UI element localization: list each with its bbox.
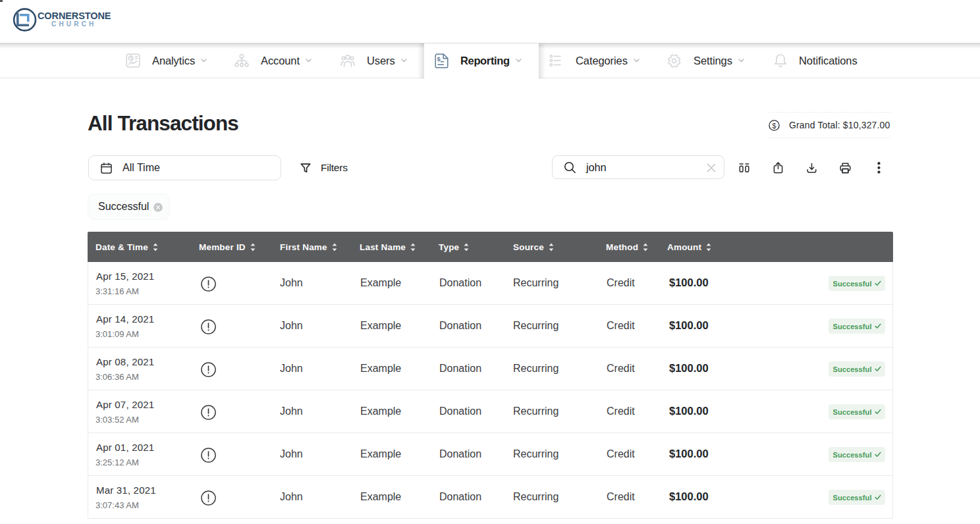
svg-text:$: $	[773, 121, 776, 129]
svg-text:$: $	[437, 55, 441, 62]
